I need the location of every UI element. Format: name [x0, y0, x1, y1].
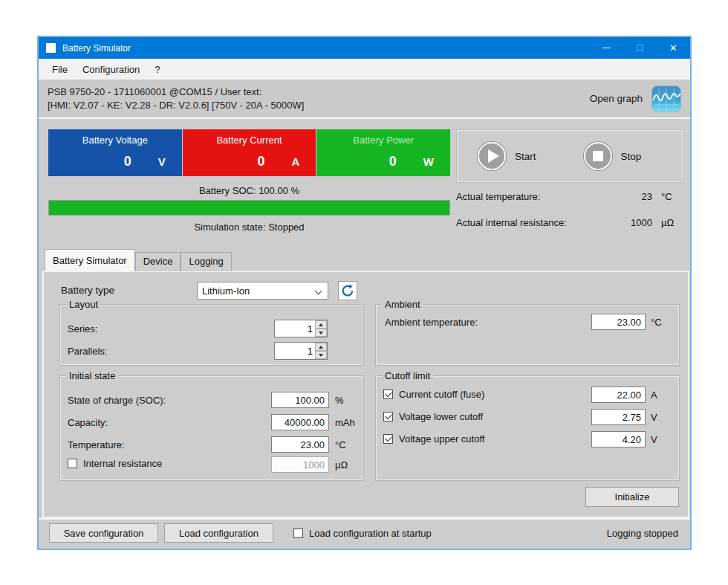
window-title: Battery Simulator — [62, 43, 131, 54]
actual-temperature-unit: °C — [661, 191, 683, 202]
actual-internal-resistance-row: Actual internal resistance: 1000 µΩ — [456, 217, 683, 228]
minimize-icon — [602, 48, 611, 48]
voltage-lower-cutoff-input[interactable] — [591, 409, 646, 425]
internal-resistance-unit: µΩ — [335, 459, 348, 471]
battery-type-select[interactable]: Lithium-Ion — [197, 282, 328, 300]
tab-logging[interactable]: Logging — [181, 252, 231, 271]
voltage-upper-cutoff-checkbox[interactable] — [383, 434, 393, 444]
load-at-startup-checkbox[interactable] — [293, 529, 303, 538]
parallels-stepper[interactable] — [274, 342, 328, 360]
footer-bar: Save configuration Load configuration Lo… — [39, 518, 690, 549]
capacity-input[interactable] — [271, 414, 329, 430]
cutoff-limit-group-title: Cutoff limit — [382, 370, 433, 381]
battery-power-display: Battery Power 0 W — [316, 129, 450, 176]
battery-voltage-unit: V — [158, 155, 166, 168]
load-at-startup-checkbox-row[interactable]: Load configuration at startup — [293, 528, 432, 539]
battery-simulator-tab-panel: Battery type Lithium-Ion Layout Series: … — [42, 271, 689, 518]
parallels-input[interactable] — [275, 343, 315, 359]
temperature-input[interactable] — [271, 436, 329, 453]
initial-state-group: Initial state State of charge (SOC): % C… — [59, 375, 364, 481]
battery-type-value: Lithium-Ion — [202, 285, 250, 297]
stop-icon — [584, 142, 612, 170]
voltage-upper-cutoff-unit: V — [651, 434, 657, 445]
soc-input[interactable] — [271, 392, 329, 408]
device-info-line2: [HMI: V2.07 - KE: V2.28 - DR: V2.0.6] [7… — [48, 99, 304, 112]
chevron-down-icon — [315, 288, 322, 295]
actual-internal-resistance-unit: µΩ — [661, 217, 683, 228]
open-graph-label: Open graph — [590, 93, 643, 104]
initialize-button[interactable]: Initialize — [585, 487, 679, 507]
device-info-bar: PSB 9750-20 - 1711060001 @COM15 / User t… — [39, 80, 690, 119]
ambient-temperature-unit: °C — [651, 317, 662, 328]
voltage-lower-cutoff-checkbox-row[interactable]: Voltage lower cutoff — [383, 411, 483, 422]
tab-battery-simulator[interactable]: Battery Simulator — [45, 249, 135, 271]
open-graph-button[interactable]: Open graph — [590, 85, 690, 112]
stop-button[interactable]: Stop — [584, 142, 642, 170]
logging-status-text: Logging stopped — [607, 528, 678, 539]
load-configuration-button[interactable]: Load configuration — [164, 523, 273, 543]
measurement-displays: Battery Voltage 0 V Battery Current 0 A … — [48, 129, 450, 176]
current-cutoff-checkbox-row[interactable]: Current cutoff (fuse) — [383, 389, 484, 400]
minimize-button[interactable] — [590, 37, 623, 59]
internal-resistance-checkbox[interactable] — [68, 459, 77, 468]
current-cutoff-checkbox[interactable] — [383, 390, 393, 399]
actual-internal-resistance-value: 1000 — [618, 217, 652, 228]
simulation-state-text: Simulation state: Stopped — [48, 222, 450, 233]
save-configuration-button[interactable]: Save configuration — [49, 523, 158, 543]
run-control-box: Start Stop — [456, 129, 683, 183]
load-at-startup-label: Load configuration at startup — [309, 528, 432, 539]
battery-power-value: 0 — [389, 154, 397, 169]
current-cutoff-label: Current cutoff (fuse) — [399, 389, 484, 400]
menu-help[interactable]: ? — [147, 61, 167, 78]
series-stepper[interactable] — [274, 320, 328, 337]
ambient-temperature-input[interactable] — [591, 314, 646, 330]
capacity-unit: mAh — [335, 417, 355, 428]
actual-temperature-row: Actual temperature: 23 °C — [456, 191, 683, 202]
series-spin-down[interactable] — [315, 329, 327, 337]
parallels-spin-up[interactable] — [315, 343, 327, 351]
parallels-spin-down[interactable] — [315, 351, 327, 359]
internal-resistance-checkbox-row[interactable]: Internal resistance — [68, 458, 162, 469]
series-spin-up[interactable] — [315, 320, 327, 329]
close-button[interactable]: ✕ — [657, 37, 690, 59]
actual-internal-resistance-label: Actual internal resistance: — [456, 217, 618, 228]
menu-file[interactable]: File — [45, 61, 75, 78]
soc-label: State of charge (SOC): — [68, 395, 166, 406]
refresh-icon — [341, 284, 354, 297]
voltage-upper-cutoff-input[interactable] — [591, 431, 646, 447]
voltage-lower-cutoff-unit: V — [651, 412, 657, 423]
maximize-icon — [637, 45, 643, 51]
start-button[interactable]: Start — [478, 142, 536, 170]
layout-group: Layout Series: Parallels: — [59, 304, 364, 366]
internal-resistance-input — [271, 456, 329, 473]
battery-voltage-value: 0 — [124, 154, 131, 169]
battery-current-value: 0 — [257, 154, 264, 169]
battery-type-label: Battery type — [61, 285, 114, 296]
series-label: Series: — [68, 323, 97, 334]
menu-bar: File Configuration ? — [39, 59, 690, 80]
menu-configuration[interactable]: Configuration — [75, 61, 147, 78]
battery-voltage-display: Battery Voltage 0 V — [48, 129, 182, 176]
close-icon: ✕ — [669, 42, 677, 54]
voltage-lower-cutoff-checkbox[interactable] — [383, 412, 393, 421]
tab-strip: Battery Simulator Device Logging — [45, 249, 232, 271]
ambient-temperature-label: Ambient temperature: — [385, 317, 478, 328]
battery-simulator-window: Battery Simulator ✕ File Configuration ?… — [37, 36, 692, 550]
internal-resistance-label: Internal resistance — [83, 458, 162, 469]
ambient-group: Ambient Ambient temperature: °C — [375, 304, 680, 366]
voltage-upper-cutoff-checkbox-row[interactable]: Voltage upper cutoff — [383, 433, 484, 445]
refresh-battery-type-button[interactable] — [338, 281, 357, 300]
battery-power-label: Battery Power — [316, 135, 450, 146]
voltage-lower-cutoff-label: Voltage lower cutoff — [399, 411, 483, 422]
tab-device[interactable]: Device — [135, 252, 181, 271]
actual-temperature-label: Actual temperature: — [456, 191, 618, 202]
maximize-button[interactable] — [623, 37, 657, 59]
series-input[interactable] — [275, 320, 315, 337]
current-cutoff-input[interactable] — [591, 387, 646, 403]
start-label: Start — [515, 151, 536, 162]
battery-current-display: Battery Current 0 A — [183, 129, 316, 176]
battery-voltage-label: Battery Voltage — [48, 135, 182, 146]
title-bar: Battery Simulator ✕ — [39, 37, 690, 59]
capacity-label: Capacity: — [68, 417, 108, 428]
voltage-upper-cutoff-label: Voltage upper cutoff — [399, 433, 484, 445]
